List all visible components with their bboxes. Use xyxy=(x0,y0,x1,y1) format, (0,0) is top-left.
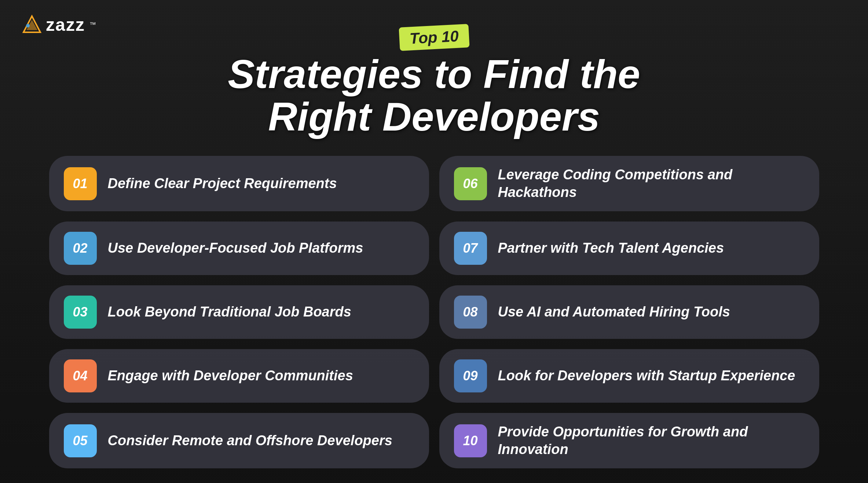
card-item-05: 05Consider Remote and Offshore Developer… xyxy=(49,413,429,468)
card-text-01: Define Clear Project Requirements xyxy=(108,175,337,193)
card-item-04: 04Engage with Developer Communities xyxy=(49,349,429,403)
card-item-02: 02Use Developer-Focused Job Platforms xyxy=(49,222,429,275)
card-text-10: Provide Opportunities for Growth and Inn… xyxy=(498,423,805,458)
card-badge-01: 01 xyxy=(64,167,97,200)
card-text-08: Use AI and Automated Hiring Tools xyxy=(498,303,730,321)
card-text-09: Look for Developers with Startup Experie… xyxy=(498,367,795,385)
card-text-02: Use Developer-Focused Job Platforms xyxy=(108,239,363,257)
card-badge-07: 07 xyxy=(454,232,487,265)
cards-grid: 01Define Clear Project Requirements06Lev… xyxy=(49,156,819,468)
card-badge-06: 06 xyxy=(454,167,487,200)
card-badge-10: 10 xyxy=(454,424,487,457)
card-text-05: Consider Remote and Offshore Developers xyxy=(108,432,392,450)
page-header: Top 10 Strategies to Find the Right Deve… xyxy=(228,26,640,138)
logo-text: zazz xyxy=(46,15,85,35)
card-text-03: Look Beyond Traditional Job Boards xyxy=(108,303,351,321)
page-content: zazz™ Top 10 Strategies to Find the Righ… xyxy=(0,0,868,483)
logo-tm: ™ xyxy=(89,21,97,29)
card-text-04: Engage with Developer Communities xyxy=(108,367,353,385)
card-badge-08: 08 xyxy=(454,296,487,329)
card-item-01: 01Define Clear Project Requirements xyxy=(49,156,429,211)
main-title: Strategies to Find the Right Developers xyxy=(228,53,640,138)
logo-icon xyxy=(22,15,42,35)
card-item-09: 09Look for Developers with Startup Exper… xyxy=(439,349,819,403)
card-text-06: Leverage Coding Competitions and Hackath… xyxy=(498,166,805,201)
card-text-07: Partner with Tech Talent Agencies xyxy=(498,239,724,257)
top10-badge: Top 10 xyxy=(399,24,469,51)
card-badge-03: 03 xyxy=(64,296,97,329)
card-item-08: 08Use AI and Automated Hiring Tools xyxy=(439,285,819,339)
card-badge-02: 02 xyxy=(64,232,97,265)
logo: zazz™ xyxy=(22,15,97,35)
card-item-06: 06Leverage Coding Competitions and Hacka… xyxy=(439,156,819,211)
card-badge-09: 09 xyxy=(454,359,487,392)
card-item-10: 10Provide Opportunities for Growth and I… xyxy=(439,413,819,468)
card-badge-05: 05 xyxy=(64,424,97,457)
card-item-07: 07Partner with Tech Talent Agencies xyxy=(439,222,819,275)
card-badge-04: 04 xyxy=(64,359,97,392)
card-item-03: 03Look Beyond Traditional Job Boards xyxy=(49,285,429,339)
svg-point-2 xyxy=(26,24,30,28)
